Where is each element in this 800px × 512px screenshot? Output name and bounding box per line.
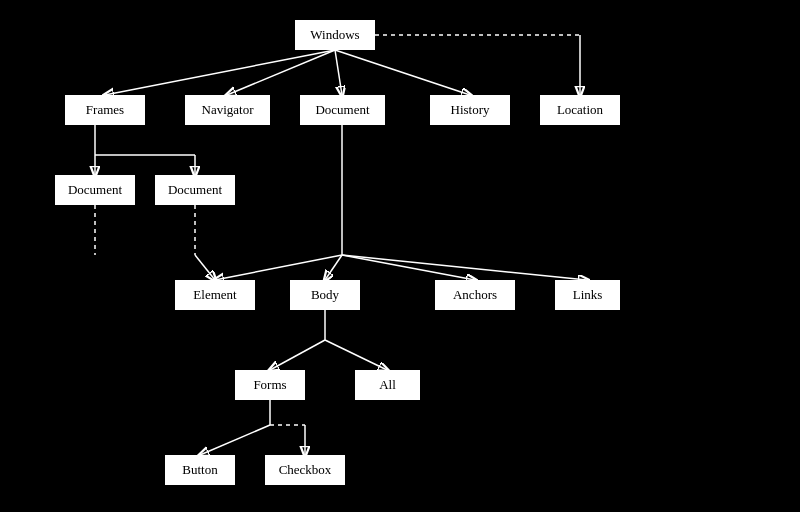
svg-line-14 bbox=[215, 255, 342, 280]
node-body: Body bbox=[290, 280, 360, 310]
svg-line-1 bbox=[227, 50, 335, 95]
node-anchors: Anchors bbox=[435, 280, 515, 310]
svg-line-16 bbox=[342, 255, 475, 280]
svg-line-15 bbox=[325, 255, 342, 280]
svg-line-3 bbox=[335, 50, 470, 95]
node-location: Location bbox=[540, 95, 620, 125]
svg-line-12 bbox=[195, 255, 215, 280]
node-navigator: Navigator bbox=[185, 95, 270, 125]
node-element: Element bbox=[175, 280, 255, 310]
svg-line-20 bbox=[325, 340, 387, 370]
svg-line-0 bbox=[105, 50, 335, 95]
node-doc3: Document bbox=[155, 175, 235, 205]
node-button: Button bbox=[165, 455, 235, 485]
connector-lines bbox=[0, 0, 800, 512]
svg-line-17 bbox=[342, 255, 587, 280]
node-checkbox: Checkbox bbox=[265, 455, 345, 485]
node-document1: Document bbox=[300, 95, 385, 125]
node-windows: Windows bbox=[295, 20, 375, 50]
node-all: All bbox=[355, 370, 420, 400]
svg-line-19 bbox=[270, 340, 325, 370]
node-history: History bbox=[430, 95, 510, 125]
node-forms: Forms bbox=[235, 370, 305, 400]
node-links: Links bbox=[555, 280, 620, 310]
svg-line-23 bbox=[200, 425, 270, 455]
node-frames: Frames bbox=[65, 95, 145, 125]
diagram-container: Windows Frames Navigator Document Histor… bbox=[0, 0, 800, 512]
node-doc2: Document bbox=[55, 175, 135, 205]
svg-line-2 bbox=[335, 50, 342, 95]
